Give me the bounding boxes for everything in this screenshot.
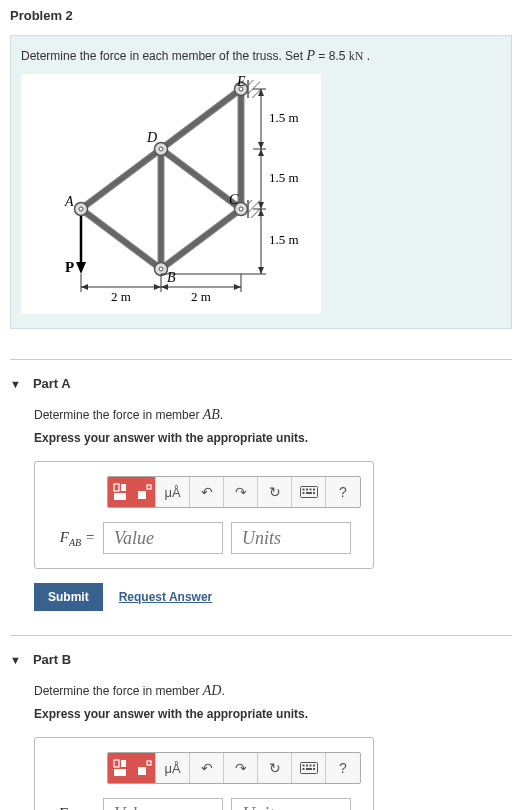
label-B: B [167,270,176,285]
undo-button[interactable]: ↶ [190,477,224,507]
svg-line-8 [81,149,161,209]
stem-text: Determine the force in each member of th… [21,48,501,64]
submit-button[interactable]: Submit [34,583,103,611]
part-a-instruction: Express your answer with the appropriate… [34,431,512,445]
svg-line-9 [81,209,161,269]
svg-rect-60 [306,489,308,491]
dim-2: 1.5 m [269,170,299,185]
keyboard-button[interactable] [292,477,326,507]
part-b-prompt: Determine the force in member AD. [34,683,512,699]
problem-stem: Determine the force in each member of th… [10,35,512,329]
svg-marker-49 [81,284,88,290]
svg-rect-57 [147,485,151,489]
svg-rect-65 [313,492,315,494]
prompt-var: AD [203,683,222,698]
label-E: E [236,74,246,89]
svg-rect-76 [302,768,304,770]
stem-var: P [306,48,315,63]
svg-rect-69 [138,767,146,775]
svg-rect-56 [138,491,146,499]
truss-figure: E D C A B P 1.5 m 1.5 m 1.5 m 2 m 2 m [21,74,321,314]
value-input[interactable] [103,798,223,810]
svg-marker-30 [76,262,86,274]
part-a-header[interactable]: ▼ Part A [10,376,512,407]
svg-rect-75 [313,765,315,767]
svg-rect-74 [309,765,311,767]
svg-rect-67 [121,760,126,767]
redo-button[interactable]: ↷ [224,477,258,507]
redo-button[interactable]: ↷ [224,753,258,783]
part-b-header[interactable]: ▼ Part B [10,652,512,683]
dim-h1: 2 m [111,289,131,304]
units-input[interactable] [231,798,351,810]
undo-button[interactable]: ↶ [190,753,224,783]
chevron-down-icon: ▼ [10,378,21,390]
svg-rect-72 [302,765,304,767]
svg-point-22 [159,267,163,271]
svg-line-13 [161,209,241,269]
request-answer-link[interactable]: Request Answer [119,590,213,604]
dim-h2: 2 m [191,289,211,304]
template-exponent-button[interactable] [132,477,156,507]
label-C: C [229,192,239,207]
help-button[interactable]: ? [326,477,360,507]
part-a-label: Part A [33,376,71,391]
template-fraction-button[interactable] [108,477,132,507]
chevron-down-icon: ▼ [10,654,21,666]
part-b: ▼ Part B Determine the force in member A… [10,635,512,810]
svg-rect-61 [309,489,311,491]
svg-line-10 [161,89,241,149]
svg-marker-39 [258,142,264,149]
svg-rect-63 [302,492,304,494]
special-chars-button[interactable]: μÅ [156,477,190,507]
part-a-answer-box: μÅ ↶ ↷ ↻ ? FAB = [34,461,374,569]
svg-rect-53 [114,484,119,491]
svg-point-23 [239,207,243,211]
part-b-answer-box: μÅ ↶ ↷ ↻ ? FAD = [34,737,374,810]
label-D: D [146,130,157,145]
template-exponent-button[interactable] [132,753,156,783]
svg-rect-66 [114,760,119,767]
prompt-suffix: . [220,408,223,422]
problem-title: Problem 2 [0,0,522,35]
prompt-suffix: . [221,684,224,698]
stem-suffix: . [363,49,370,63]
value-input[interactable] [103,522,223,554]
svg-rect-78 [313,768,315,770]
prompt-prefix: Determine the force in member [34,684,203,698]
prompt-prefix: Determine the force in member [34,408,203,422]
answer-toolbar: μÅ ↶ ↷ ↻ ? [107,752,361,784]
svg-rect-64 [306,492,312,494]
svg-point-20 [79,207,83,211]
stem-unit: kN [349,49,364,63]
svg-marker-50 [154,284,161,290]
reset-button[interactable]: ↻ [258,753,292,783]
svg-rect-77 [306,768,312,770]
prompt-var: AB [203,407,220,422]
keyboard-button[interactable] [292,753,326,783]
svg-marker-43 [258,267,264,274]
svg-rect-59 [302,489,304,491]
svg-rect-73 [306,765,308,767]
help-button[interactable]: ? [326,753,360,783]
units-input[interactable] [231,522,351,554]
part-a: ▼ Part A Determine the force in member A… [10,359,512,635]
var-label: FAD = [47,805,95,811]
part-b-instruction: Express your answer with the appropriate… [34,707,512,721]
svg-rect-55 [114,493,126,500]
template-fraction-button[interactable] [108,753,132,783]
dim-3: 1.5 m [269,232,299,247]
stem-eq: = 8.5 [315,49,349,63]
svg-rect-54 [121,484,126,491]
svg-rect-70 [147,761,151,765]
label-A: A [64,194,74,209]
var-label: FAB = [47,529,95,548]
svg-rect-62 [313,489,315,491]
svg-rect-68 [114,769,126,776]
answer-toolbar: μÅ ↶ ↷ ↻ ? [107,476,361,508]
svg-point-21 [159,147,163,151]
part-b-label: Part B [33,652,71,667]
label-P: P [65,259,74,275]
reset-button[interactable]: ↻ [258,477,292,507]
special-chars-button[interactable]: μÅ [156,753,190,783]
